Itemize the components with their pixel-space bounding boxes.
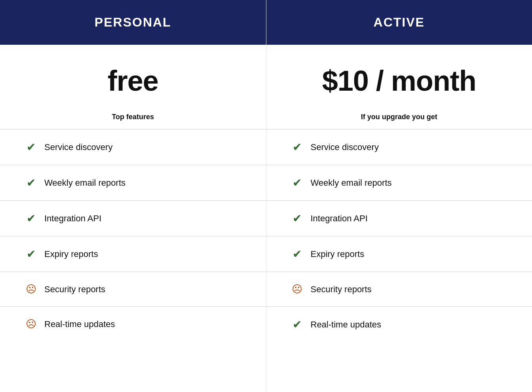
list-item: ☹Security reports bbox=[0, 272, 266, 306]
check-icon: ✔ bbox=[24, 176, 38, 189]
sad-icon: ☹ bbox=[24, 318, 38, 330]
feature-label: Expiry reports bbox=[311, 249, 365, 259]
plan-subtitle-active: If you upgrade you get bbox=[266, 113, 532, 129]
plan-column-active: ACTIVE$10 / monthIf you upgrade you get✔… bbox=[266, 0, 532, 392]
feature-label: Real-time updates bbox=[311, 320, 382, 330]
features-list-personal: ✔Service discovery✔Weekly email reports✔… bbox=[0, 129, 266, 392]
list-item: ✔Integration API bbox=[266, 200, 532, 236]
list-item: ✔Expiry reports bbox=[0, 236, 266, 272]
check-icon: ✔ bbox=[290, 176, 304, 189]
check-icon: ✔ bbox=[24, 212, 38, 225]
feature-label: Expiry reports bbox=[44, 249, 98, 259]
sad-icon: ☹ bbox=[24, 283, 38, 295]
feature-label: Service discovery bbox=[44, 142, 112, 152]
check-icon: ✔ bbox=[290, 247, 304, 261]
check-icon: ✔ bbox=[290, 141, 304, 154]
list-item: ✔Service discovery bbox=[266, 129, 532, 165]
plan-subtitle-personal: Top features bbox=[0, 113, 266, 129]
plan-price-active: $10 / month bbox=[266, 45, 532, 113]
check-icon: ✔ bbox=[290, 212, 304, 225]
plan-price-personal: free bbox=[0, 45, 266, 113]
list-item: ✔Weekly email reports bbox=[266, 165, 532, 200]
sad-icon: ☹ bbox=[290, 283, 304, 295]
feature-label: Real-time updates bbox=[44, 319, 115, 329]
feature-label: Security reports bbox=[44, 284, 105, 295]
list-item: ☹Security reports bbox=[266, 272, 532, 306]
list-item: ✔Weekly email reports bbox=[0, 165, 266, 200]
features-list-active: ✔Service discovery✔Weekly email reports✔… bbox=[266, 129, 532, 392]
list-item: ✔Integration API bbox=[0, 200, 266, 236]
list-item: ✔Real-time updates bbox=[266, 306, 532, 342]
feature-label: Integration API bbox=[311, 213, 368, 224]
list-item: ✔Service discovery bbox=[0, 129, 266, 165]
feature-label: Security reports bbox=[311, 284, 372, 295]
feature-label: Weekly email reports bbox=[44, 178, 125, 188]
feature-label: Integration API bbox=[44, 213, 101, 224]
list-item: ✔Expiry reports bbox=[266, 236, 532, 272]
check-icon: ✔ bbox=[290, 318, 304, 331]
list-item: ☹Real-time updates bbox=[0, 306, 266, 341]
plan-header-personal: PERSONAL bbox=[0, 0, 266, 45]
feature-label: Weekly email reports bbox=[311, 178, 392, 188]
check-icon: ✔ bbox=[24, 247, 38, 261]
plan-column-personal: PERSONALfreeTop features✔Service discove… bbox=[0, 0, 266, 392]
plan-header-active: ACTIVE bbox=[266, 0, 532, 45]
feature-label: Service discovery bbox=[311, 142, 379, 152]
check-icon: ✔ bbox=[24, 141, 38, 154]
pricing-container: PERSONALfreeTop features✔Service discove… bbox=[0, 0, 532, 392]
